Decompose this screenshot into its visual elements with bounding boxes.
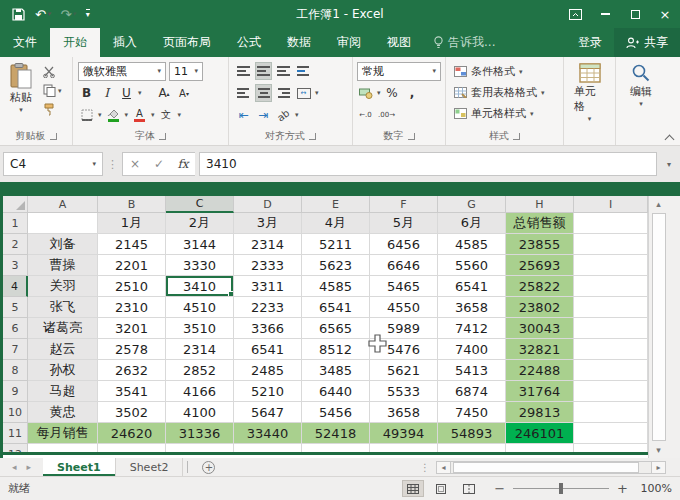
cell-F8[interactable]: 5621 <box>370 360 438 381</box>
percent-style-button[interactable]: % <box>384 84 401 102</box>
cell-E3[interactable]: 5623 <box>302 255 370 276</box>
font-color-button[interactable]: A <box>131 106 148 124</box>
zoom-in-button[interactable]: + <box>617 481 628 496</box>
row-header-12[interactable]: 12 <box>3 444 28 455</box>
increase-indent-button[interactable]: ⇥ <box>255 106 272 124</box>
cell-A8[interactable]: 孙权 <box>28 360 98 381</box>
number-format-select[interactable]: 常规▾ <box>357 62 441 81</box>
zoom-out-button[interactable]: − <box>494 481 505 496</box>
cell-I9[interactable] <box>574 381 648 402</box>
sign-in-button[interactable]: 登录 <box>566 28 614 57</box>
cell-C1[interactable]: 2月 <box>166 213 234 234</box>
cell-C4[interactable]: 3410 <box>166 276 234 297</box>
formula-bar-splitter[interactable]: ⋮ <box>107 158 118 171</box>
cell-B12[interactable] <box>98 444 166 455</box>
orientation-button[interactable]: ab <box>275 106 292 124</box>
cancel-entry-button[interactable]: × <box>123 157 147 171</box>
cell-D7[interactable]: 6541 <box>234 339 302 360</box>
clipboard-dialog-launcher[interactable] <box>50 133 57 140</box>
cell-E4[interactable]: 4585 <box>302 276 370 297</box>
format-painter-button[interactable] <box>41 102 64 117</box>
cell-A5[interactable]: 张飞 <box>28 297 98 318</box>
cell-F2[interactable]: 6456 <box>370 234 438 255</box>
cell-A12[interactable] <box>28 444 98 455</box>
cell-C11[interactable]: 31336 <box>166 423 234 444</box>
cell-F4[interactable]: 5465 <box>370 276 438 297</box>
cell-I6[interactable] <box>574 318 648 339</box>
cell-H3[interactable]: 25693 <box>506 255 574 276</box>
close-button[interactable]: × <box>650 0 680 28</box>
cell-styles-button[interactable]: 单元格样式▾ <box>452 104 557 123</box>
cell-I1[interactable] <box>574 213 648 234</box>
align-top-button[interactable] <box>235 62 252 80</box>
cell-E1[interactable]: 4月 <box>302 213 370 234</box>
cell-G2[interactable]: 4585 <box>438 234 506 255</box>
cell-A10[interactable]: 黄忠 <box>28 402 98 423</box>
row-header-5[interactable]: 5 <box>3 297 28 318</box>
tab-review[interactable]: 审阅 <box>324 28 374 57</box>
cell-H2[interactable]: 23855 <box>506 234 574 255</box>
cell-G11[interactable]: 54893 <box>438 423 506 444</box>
fill-handle[interactable] <box>228 291 234 297</box>
phonetic-guide-button[interactable]: 文 <box>158 106 175 124</box>
cell-C2[interactable]: 3144 <box>166 234 234 255</box>
font-dialog-launcher[interactable] <box>159 133 166 140</box>
cell-D4[interactable]: 3311 <box>234 276 302 297</box>
next-sheet-button[interactable]: ▸ <box>27 462 32 472</box>
cell-A2[interactable]: 刘备 <box>28 234 98 255</box>
row-header-11[interactable]: 11 <box>3 423 28 444</box>
prev-sheet-button[interactable]: ◂ <box>12 462 17 472</box>
decrease-font-button[interactable]: A▾ <box>176 84 193 102</box>
horizontal-scrollbar[interactable]: ◂ ▸ <box>436 460 666 474</box>
cell-D1[interactable]: 3月 <box>234 213 302 234</box>
column-header-I[interactable]: I <box>574 196 648 213</box>
cell-D3[interactable]: 2333 <box>234 255 302 276</box>
cell-D10[interactable]: 5647 <box>234 402 302 423</box>
cell-G6[interactable]: 7412 <box>438 318 506 339</box>
cell-I10[interactable] <box>574 402 648 423</box>
column-header-G[interactable]: G <box>438 196 506 213</box>
increase-font-button[interactable]: A▴ <box>156 84 173 102</box>
borders-button[interactable] <box>78 106 95 124</box>
cell-A1[interactable] <box>28 213 98 234</box>
tab-data[interactable]: 数据 <box>274 28 324 57</box>
cell-A9[interactable]: 马超 <box>28 381 98 402</box>
row-header-1[interactable]: 1 <box>3 213 28 234</box>
ribbon-display-options-button[interactable] <box>560 0 590 28</box>
cell-B6[interactable]: 3201 <box>98 318 166 339</box>
cell-F12[interactable] <box>370 444 438 455</box>
tab-scroll-splitter[interactable]: ⋮ <box>420 458 430 476</box>
cell-C6[interactable]: 3510 <box>166 318 234 339</box>
cell-A7[interactable]: 赵云 <box>28 339 98 360</box>
cell-G1[interactable]: 6月 <box>438 213 506 234</box>
cell-G3[interactable]: 5560 <box>438 255 506 276</box>
scroll-right-icon[interactable]: ▸ <box>651 461 666 474</box>
cell-I8[interactable] <box>574 360 648 381</box>
horizontal-scroll-track[interactable] <box>451 461 651 474</box>
cell-E7[interactable]: 8512 <box>302 339 370 360</box>
cell-H8[interactable]: 22488 <box>506 360 574 381</box>
cell-E6[interactable]: 6565 <box>302 318 370 339</box>
tab-view[interactable]: 视图 <box>374 28 424 57</box>
cell-E10[interactable]: 5456 <box>302 402 370 423</box>
tab-home[interactable]: 开始 <box>50 28 100 57</box>
new-sheet-button[interactable]: + <box>192 458 225 476</box>
page-break-view-button[interactable] <box>458 480 480 497</box>
cell-H4[interactable]: 25822 <box>506 276 574 297</box>
editing-button[interactable]: 编辑 ▾ <box>624 60 658 145</box>
cell-F7[interactable]: 5476 <box>370 339 438 360</box>
row-header-4[interactable]: 4 <box>3 276 28 297</box>
cell-H9[interactable]: 31764 <box>506 381 574 402</box>
maximize-button[interactable] <box>620 0 650 28</box>
cell-G8[interactable]: 5413 <box>438 360 506 381</box>
cell-E9[interactable]: 6440 <box>302 381 370 402</box>
row-header-8[interactable]: 8 <box>3 360 28 381</box>
row-header-2[interactable]: 2 <box>3 234 28 255</box>
cell-C7[interactable]: 2314 <box>166 339 234 360</box>
cell-E8[interactable]: 3485 <box>302 360 370 381</box>
cell-D12[interactable] <box>234 444 302 455</box>
tell-me-box[interactable]: 告诉我... <box>424 28 505 57</box>
cell-H11[interactable]: 246101 <box>506 423 574 444</box>
alignment-dialog-launcher[interactable] <box>309 133 316 140</box>
cell-I2[interactable] <box>574 234 648 255</box>
